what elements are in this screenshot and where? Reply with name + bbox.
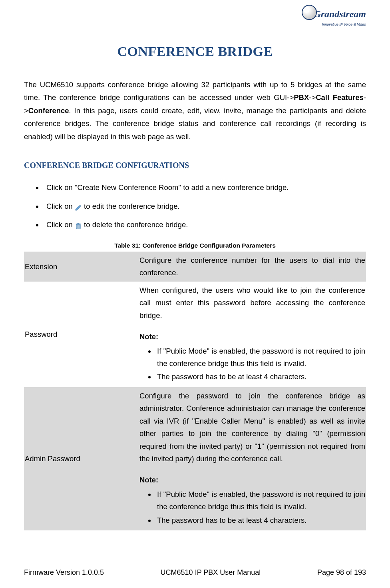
nav-pbx: PBX	[294, 93, 309, 102]
brand-tagline: Innovative IP Voice & Video	[302, 22, 366, 26]
password-note-2: The password has to be at least 4 charac…	[155, 370, 365, 383]
param-desc-extension: Configure the conference number for the …	[136, 252, 366, 282]
svg-rect-5	[77, 223, 79, 224]
param-desc-password: When configured, the users who would lik…	[136, 282, 366, 387]
nav-conference: Conference	[28, 106, 69, 115]
bullet-edit-post: to edit the conference bridge.	[84, 202, 180, 210]
bullet-delete-pre: Click on	[46, 220, 75, 229]
admin-note-1: If "Public Mode" is enabled, the passwor…	[155, 488, 365, 513]
note-label: Note:	[139, 474, 365, 486]
bullet-edit: Click on to edit the conference bridge.	[43, 201, 366, 212]
nav-call-features: Call Features	[316, 93, 364, 102]
password-note-1: If "Public Mode" is enabled, the passwor…	[155, 345, 365, 370]
section-heading: CONFERENCE BRIDGE CONFIGURATIONS	[24, 161, 366, 170]
bullet-create: Click on "Create New Conference Room" to…	[43, 182, 366, 194]
note-label: Note:	[139, 330, 365, 343]
params-table: Extension Configure the conference numbe…	[24, 252, 366, 530]
password-text: When configured, the users who would lik…	[139, 284, 365, 322]
bullet-delete: Click on to delete the conference bridge…	[43, 219, 366, 231]
param-label-password: Password	[24, 282, 136, 387]
nav-arrow-1: ->	[309, 93, 316, 102]
table-row: Extension Configure the conference numbe…	[24, 252, 366, 282]
param-desc-admin: Configure the password to join the confe…	[136, 387, 366, 530]
footer-right: Page 98 of 193	[317, 568, 366, 577]
param-label-extension: Extension	[24, 252, 136, 282]
config-bullets: Click on "Create New Conference Room" to…	[24, 182, 366, 231]
footer-center: UCM6510 IP PBX User Manual	[161, 568, 261, 577]
footer-left: Firmware Version 1.0.0.5	[24, 568, 104, 577]
intro-text-2: . In this page, users could create, edit…	[24, 106, 366, 141]
page-title: CONFERENCE BRIDGE	[24, 44, 366, 59]
document-page: Grandstream Innovative IP Voice & Video …	[0, 0, 390, 588]
bullet-delete-post: to delete the conference bridge.	[84, 220, 188, 229]
table-caption: Table 31: Conference Bridge Configuratio…	[24, 242, 366, 249]
page-footer: Firmware Version 1.0.0.5 UCM6510 IP PBX …	[24, 568, 366, 577]
bullet-edit-pre: Click on	[46, 202, 75, 210]
table-row: Password When configured, the users who …	[24, 282, 366, 387]
trash-icon	[75, 222, 82, 229]
password-notes: If "Public Mode" is enabled, the passwor…	[139, 345, 365, 383]
intro-paragraph: The UCM6510 supports conference bridge a…	[24, 78, 366, 143]
admin-note-2: The password has to be at least 4 charac…	[155, 514, 365, 526]
param-label-admin: Admin Password	[24, 387, 136, 530]
brand-logo: Grandstream Innovative IP Voice & Video	[302, 7, 366, 26]
pencil-icon	[75, 203, 82, 210]
admin-text: Configure the password to join the confe…	[139, 390, 365, 465]
admin-notes: If "Public Mode" is enabled, the passwor…	[139, 488, 365, 526]
brand-name: Grandstream	[302, 7, 366, 22]
table-row: Admin Password Configure the password to…	[24, 387, 366, 530]
